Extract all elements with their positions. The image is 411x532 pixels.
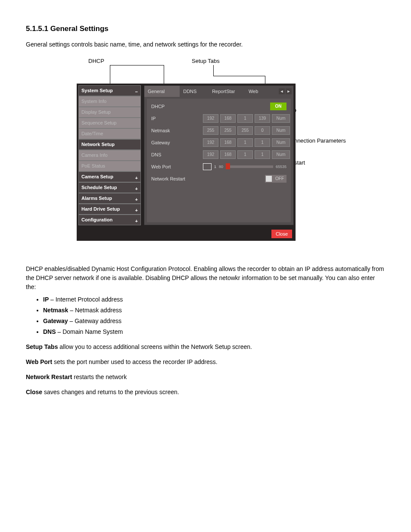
sidebar-item-display-setup[interactable]: Display Setup (78, 107, 141, 118)
ip-octet-4[interactable]: 139 (255, 114, 270, 123)
sidebar-group-hard-drive-setup[interactable]: Hard Drive Setup+ (78, 204, 141, 215)
web-port-min: 80 (219, 165, 223, 169)
sidebar-heading-label: System Setup (81, 88, 113, 93)
dhcp-description: DHCP enables/disabled Dynamic Host Confi… (26, 264, 385, 292)
keyboard-icon[interactable] (203, 163, 212, 170)
netmask-octet-3[interactable]: 255 (237, 126, 253, 135)
sidebar-heading-system-setup[interactable]: System Setup − (78, 85, 141, 96)
panel-body: DHCP ON IP 192 168 1 139 Num (147, 99, 291, 222)
network-restart-description: Network Restart restarts the network (26, 373, 385, 382)
list-term-gateway: Gateway (43, 317, 68, 324)
dns-octet-3[interactable]: 1 (237, 150, 253, 159)
slider-knob[interactable] (226, 163, 230, 169)
netmask-label: Netmask (151, 128, 203, 133)
setup-tabs-description: Setup Tabs allow you to access additiona… (26, 342, 385, 352)
dhcp-fields-list: IP – Internet Protocol address Netmask –… (26, 295, 385, 336)
system-setup-window: System Setup − System Info Display Setup… (77, 84, 296, 241)
netmask-octet-4[interactable]: 0 (255, 126, 270, 135)
list-term-ip: IP (43, 296, 49, 303)
collapse-icon[interactable]: − (135, 87, 138, 97)
expand-icon[interactable]: + (135, 195, 138, 205)
tab-web-connect[interactable]: Web Connect S (245, 86, 279, 97)
sidebar-item-sequence-setup[interactable]: Sequence Setup (78, 118, 141, 128)
section-heading: 5.1.5.1 General Settings (26, 25, 385, 33)
dns-octet-1[interactable]: 192 (203, 150, 218, 159)
web-port-description: Web Port sets the port number used to ac… (26, 358, 385, 367)
sidebar-item-poe-status[interactable]: PoE Status (78, 161, 141, 171)
sidebar-group-alarms-setup[interactable]: Alarms Setup+ (78, 193, 141, 204)
callout-dhcp: DHCP (88, 58, 104, 64)
close-button[interactable]: Close (271, 230, 292, 238)
sidebar-group-configuration[interactable]: Configuration+ (78, 215, 141, 225)
tab-ddns-setup[interactable]: DDNS Setup (180, 86, 209, 97)
dhcp-toggle[interactable]: ON (270, 103, 286, 110)
sidebar-group-schedule-setup[interactable]: Schedule Setup+ (78, 182, 141, 193)
dhcp-label: DHCP (151, 104, 203, 109)
sidebar-group-camera-setup[interactable]: Camera Setup+ (78, 171, 141, 182)
sidebar: System Setup − System Info Display Setup… (78, 85, 141, 225)
web-port-slider[interactable] (226, 165, 273, 168)
tab-scroll-left-icon[interactable]: ◄ (279, 88, 285, 94)
tab-row: General Settings DDNS Setup ReportStar S… (144, 86, 293, 97)
dns-octet-2[interactable]: 168 (220, 150, 236, 159)
gateway-octet-3[interactable]: 1 (237, 138, 253, 147)
network-restart-toggle[interactable]: OFF (265, 175, 286, 183)
dns-octet-4[interactable]: 1 (255, 150, 270, 159)
expand-icon[interactable]: + (135, 216, 138, 226)
sidebar-item-camera-info[interactable]: Camera Info (78, 150, 141, 161)
dns-label: DNS (151, 152, 203, 157)
gateway-octet-1[interactable]: 192 (203, 138, 218, 147)
netmask-octet-1[interactable]: 255 (203, 126, 218, 135)
tab-scroll-right-icon[interactable]: ► (286, 88, 292, 94)
web-port-max: 65535 (276, 165, 286, 169)
gateway-label: Gateway (151, 140, 203, 145)
expand-icon[interactable]: + (135, 205, 138, 215)
gateway-octet-4[interactable]: 1 (255, 138, 270, 147)
sidebar-item-network-setup[interactable]: Network Setup (78, 139, 141, 150)
netmask-num-button[interactable]: Num (272, 126, 290, 135)
ip-octet-3[interactable]: 1 (237, 114, 253, 123)
netmask-octet-2[interactable]: 255 (220, 126, 236, 135)
list-term-dns: DNS (43, 328, 56, 335)
web-port-value: 1 (214, 165, 216, 169)
expand-icon[interactable]: + (135, 173, 138, 183)
callout-setup-tabs: Setup Tabs (192, 58, 220, 64)
ip-octet-1[interactable]: 192 (203, 114, 218, 123)
sidebar-item-date-time[interactable]: Date/Time (78, 128, 141, 139)
ip-label: IP (151, 116, 203, 121)
tab-reportstar-setup[interactable]: ReportStar Setup (209, 86, 245, 97)
dns-num-button[interactable]: Num (272, 150, 290, 159)
network-restart-label: Network Restart (151, 176, 203, 181)
ip-num-button[interactable]: Num (272, 114, 290, 123)
tab-general-settings[interactable]: General Settings (144, 86, 180, 97)
close-description: Close saves changes and returns to the p… (26, 388, 385, 397)
annotated-screenshot: DHCP Setup Tabs Network Info Network Con… (26, 58, 336, 256)
intro-text: General settings controls basic name, ti… (26, 40, 385, 49)
gateway-num-button[interactable]: Num (272, 138, 290, 147)
settings-panel: General Settings DDNS Setup ReportStar S… (144, 85, 294, 225)
expand-icon[interactable]: + (135, 184, 138, 194)
sidebar-item-system-info[interactable]: System Info (78, 96, 141, 107)
list-term-netmask: Netmask (43, 307, 68, 314)
ip-octet-2[interactable]: 168 (220, 114, 236, 123)
web-port-label: Web Port (151, 164, 203, 169)
gateway-octet-2[interactable]: 168 (220, 138, 236, 147)
